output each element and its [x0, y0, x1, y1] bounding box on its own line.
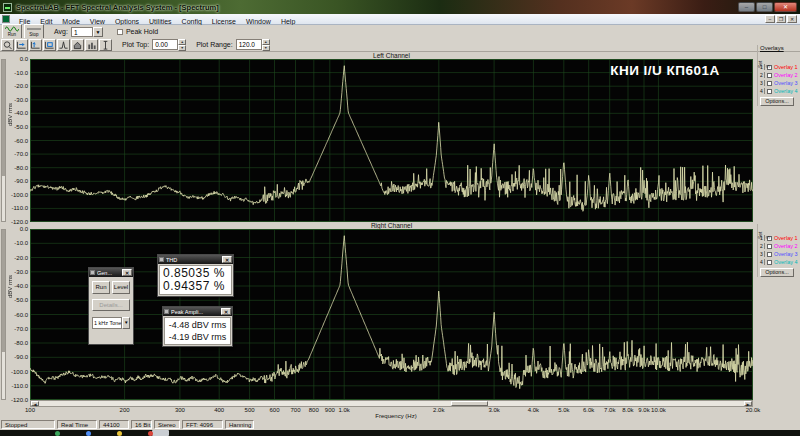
status-field: Stopped: [1, 420, 55, 429]
avg-combobox[interactable]: 1 ▼: [71, 27, 103, 37]
taskbar-app-icon[interactable]: [148, 431, 153, 436]
taskbar-app-icon[interactable]: [86, 431, 91, 436]
horizontal-scrollbar[interactable]: ◀ ▶: [30, 400, 753, 407]
set-column-header: Set: [757, 231, 763, 239]
overlay-set-button[interactable]: 3: [760, 80, 765, 86]
menu-item-config[interactable]: Config: [177, 18, 207, 25]
close-icon[interactable]: ✕: [222, 256, 232, 263]
chevron-down-icon[interactable]: ▼: [122, 317, 130, 329]
peak-value-left: -4.48 dBV rms: [167, 319, 228, 331]
bar-display-button[interactable]: [85, 39, 98, 51]
avg-value: 1: [71, 27, 93, 37]
cursor-button[interactable]: [99, 39, 112, 51]
y-tick-label: -80.0: [2, 340, 28, 346]
zoom-y-button[interactable]: [29, 39, 42, 51]
zoom-x-button[interactable]: [15, 39, 28, 51]
plot-top-field[interactable]: 0.00 ▲▼: [152, 39, 186, 50]
app-icon: [3, 3, 12, 12]
home-button[interactable]: [71, 39, 84, 51]
overlay-set-button[interactable]: 4: [760, 88, 765, 94]
close-icon[interactable]: ✕: [221, 308, 231, 315]
overlay-set-button[interactable]: 4: [760, 259, 765, 265]
peak-marker-button[interactable]: [57, 39, 70, 51]
generator-dialog-title: Gen...: [97, 270, 122, 276]
mdi-restore-button[interactable]: ❐: [776, 15, 786, 23]
overlay-options-button[interactable]: Options...: [760, 97, 794, 106]
menu-item-utilities[interactable]: Utilities: [144, 18, 177, 25]
dialog-title-bar[interactable]: THD ✕: [158, 255, 233, 264]
menu-item-help[interactable]: Help: [276, 18, 300, 25]
zoom-button[interactable]: [1, 39, 14, 51]
close-icon[interactable]: ✕: [122, 269, 132, 276]
generator-tone-select[interactable]: 1 kHz Tone ▼: [92, 317, 130, 329]
overlay-checkbox[interactable]: [767, 73, 772, 78]
overlay-set-button[interactable]: 2: [760, 72, 765, 78]
scroll-left-icon[interactable]: ◀: [31, 401, 39, 406]
right-channel-plot[interactable]: [30, 229, 753, 400]
overlay-options-button[interactable]: Options...: [760, 268, 794, 277]
mdi-close-button[interactable]: ✕: [787, 15, 797, 23]
overlay-label: Overlay 2: [774, 72, 798, 78]
scrollbar-thumb[interactable]: [451, 401, 488, 406]
taskbar-active-item[interactable]: [152, 430, 169, 436]
y-tick-label: -70.0: [2, 326, 28, 332]
overlay-row: 2Overlay 2: [760, 71, 800, 79]
stop-button[interactable]: Stop: [24, 24, 44, 39]
x-tick-label: 10.0k: [647, 407, 669, 413]
menu-item-mode[interactable]: Mode: [57, 18, 85, 25]
status-field: Stereo: [154, 420, 180, 429]
maximize-button[interactable]: □: [756, 2, 773, 12]
overlay-label: Overlay 3: [774, 251, 798, 257]
overlay-checkbox[interactable]: [767, 244, 772, 249]
menu-item-license[interactable]: License: [207, 18, 241, 25]
menu-item-options[interactable]: Options: [110, 18, 144, 25]
overlay-checkbox[interactable]: [767, 260, 772, 265]
overlay-checkbox[interactable]: [767, 252, 772, 257]
run-button[interactable]: Run: [2, 24, 22, 39]
dialog-title-bar[interactable]: Gen... ✕: [89, 268, 133, 277]
plot-range-value: 120.0: [236, 39, 262, 50]
spin-down-icon[interactable]: ▼: [178, 45, 186, 51]
spin-down-icon[interactable]: ▼: [262, 45, 270, 51]
overlay-checkbox[interactable]: [767, 81, 772, 86]
generator-dialog: Gen... ✕ Run Level Details... 1 kHz Tone…: [88, 267, 134, 345]
chevron-down-icon[interactable]: ▼: [93, 27, 103, 37]
menu-item-view[interactable]: View: [85, 18, 110, 25]
overlay-checkbox[interactable]: [767, 89, 772, 94]
status-field: 44100 Hz: [99, 420, 129, 429]
menu-item-window[interactable]: Window: [241, 18, 276, 25]
y-tick-label: -80.0: [2, 165, 28, 171]
overlay-set-button[interactable]: 3: [760, 251, 765, 257]
plot-top-label: Plot Top:: [122, 41, 149, 48]
overlay-set-button[interactable]: 2: [760, 243, 765, 249]
zoom-reset-button[interactable]: [43, 39, 56, 51]
minimize-button[interactable]: –: [738, 2, 755, 12]
left-channel-plot[interactable]: [30, 59, 753, 222]
plot-range-field[interactable]: 120.0 ▲▼: [236, 39, 270, 50]
x-tick-label: 3.0k: [483, 407, 505, 413]
x-tick-label: 1.0k: [333, 407, 355, 413]
taskbar-app-icon[interactable]: [117, 431, 122, 436]
generator-level-button[interactable]: Level: [112, 281, 130, 294]
plot-top-value: 0.00: [152, 39, 178, 50]
y-tick-label: -40.0: [2, 283, 28, 289]
dialog-title-bar[interactable]: Peak Ampli... ✕: [163, 307, 232, 316]
mdi-minimize-button[interactable]: –: [765, 15, 775, 23]
y-tick-label: -70.0: [2, 151, 28, 157]
plot-range-label: Plot Range:: [196, 41, 233, 48]
close-button[interactable]: ✕: [774, 2, 797, 12]
generator-run-button[interactable]: Run: [92, 281, 110, 294]
peak-hold-checkbox[interactable]: [117, 29, 123, 35]
y-tick-label: -10.0: [2, 240, 28, 246]
scroll-right-icon[interactable]: ▶: [744, 401, 752, 406]
zoom-icon: [2, 40, 13, 50]
right-channel-title: Right Channel: [30, 222, 753, 229]
taskbar-app-icon[interactable]: [55, 431, 60, 436]
taskbar: [0, 430, 800, 436]
overlay-row: 4Overlay 4: [760, 258, 800, 266]
generator-details-button[interactable]: Details...: [92, 299, 130, 311]
x-tick-label: 20.0k: [742, 407, 764, 413]
left-channel-title: Left Channel: [30, 52, 753, 59]
overlay-label: Overlay 3: [774, 80, 798, 86]
plot-toolbar: Plot Top: 0.00 ▲▼ Plot Range: 120.0 ▲▼: [0, 38, 800, 52]
